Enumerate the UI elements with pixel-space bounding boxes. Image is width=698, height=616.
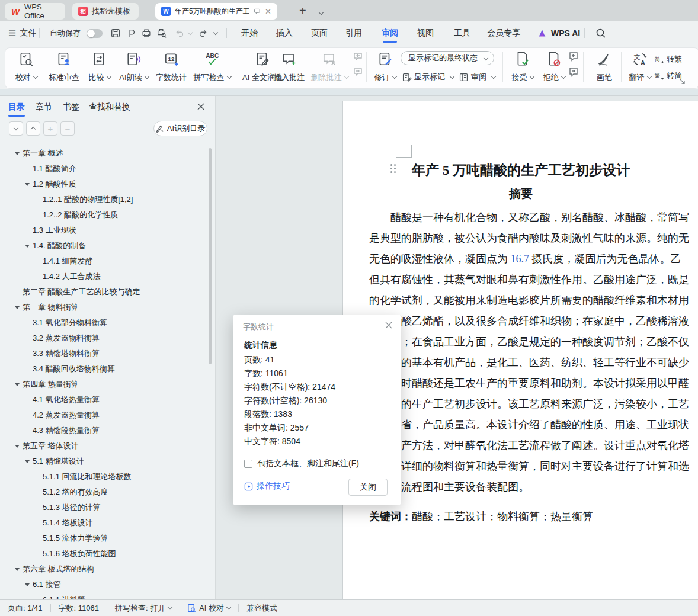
compare-button[interactable]: 比较 bbox=[84, 50, 115, 85]
sidebar-tab-contents[interactable]: 目录 bbox=[8, 96, 25, 118]
search-icon[interactable] bbox=[595, 27, 607, 39]
previous-change-icon[interactable] bbox=[568, 51, 579, 63]
to-simplified-button[interactable]: 繁 转简 bbox=[654, 69, 682, 83]
sidebar-close-icon[interactable] bbox=[196, 101, 206, 112]
sidebar-tab-chapters[interactable]: 章节 bbox=[36, 96, 52, 118]
translate-button[interactable]: 文A 翻译 bbox=[626, 50, 654, 85]
tab-document-active[interactable]: W 年产5万吨醋酸的生产工艺初 ✕ bbox=[155, 3, 277, 20]
tab-chat-icon[interactable] bbox=[254, 7, 261, 15]
tips-link[interactable]: 操作技巧 bbox=[244, 481, 290, 492]
collapse-arrow-icon[interactable] bbox=[15, 152, 20, 155]
tab-wps-office[interactable]: W WPS Office bbox=[5, 3, 65, 20]
include-footnotes-checkbox-row[interactable]: 包括文本框、脚注和尾注(F) bbox=[244, 458, 359, 469]
insert-comment-button[interactable]: 插入批注 bbox=[271, 50, 307, 85]
toc-item[interactable]: 3.2 蒸发器物料衡算 bbox=[0, 331, 209, 346]
toc-item[interactable]: 第三章 物料衡算 bbox=[0, 300, 209, 315]
tab-close-icon[interactable]: ✕ bbox=[265, 7, 271, 16]
review-pane-button[interactable]: 审阅 bbox=[459, 70, 495, 84]
toc-item[interactable]: 第四章 热量衡算 bbox=[0, 377, 209, 392]
toc-item[interactable]: 5.1.1 回流比和理论塔板数 bbox=[0, 469, 209, 485]
toc-item[interactable]: 5.1.2 塔的有效高度 bbox=[0, 485, 209, 500]
accept-change-button[interactable]: 接受 bbox=[507, 50, 538, 85]
tab-insert[interactable]: 插入 bbox=[276, 21, 293, 45]
toc-expand-down-button[interactable] bbox=[9, 121, 23, 136]
toc-zoom-in-button[interactable]: + bbox=[43, 121, 57, 136]
toc-item[interactable]: 5.1 精馏塔设计 bbox=[0, 454, 209, 469]
page-indicator[interactable]: 页面: 1/41 bbox=[0, 603, 50, 614]
tab-home[interactable]: 开始 bbox=[241, 21, 258, 45]
toc-item[interactable]: 6.1 接管 bbox=[0, 577, 209, 592]
collapse-arrow-icon[interactable] bbox=[25, 583, 30, 586]
export-pdf-icon[interactable] bbox=[126, 28, 136, 38]
dialog-launcher-icon[interactable] bbox=[679, 78, 686, 85]
toc-item[interactable]: 4.2 蒸发器热量衡算 bbox=[0, 408, 209, 423]
ai-recognize-toc-button[interactable]: AI识别目录 bbox=[153, 121, 207, 136]
toc-item[interactable]: 5.1.5 流体力学验算 bbox=[0, 531, 209, 546]
spell-check-button[interactable]: ABC 拼写检查 bbox=[191, 50, 233, 85]
tab-reference[interactable]: 引用 bbox=[345, 21, 362, 45]
print-icon[interactable] bbox=[141, 28, 152, 38]
toc-item[interactable]: 3.4 醋酸回收塔物料衡算 bbox=[0, 361, 209, 377]
proofread-button[interactable]: 校对 bbox=[9, 50, 43, 85]
spell-check-status[interactable]: 拼写检查: 打开 bbox=[107, 603, 180, 614]
toc-item[interactable]: 5.1.3 塔径的计算 bbox=[0, 500, 209, 515]
sidebar-tab-find-replace[interactable]: 查找和替换 bbox=[89, 96, 130, 118]
undo-dropdown-icon[interactable] bbox=[185, 21, 192, 45]
toc-collapse-up-button[interactable] bbox=[26, 121, 40, 136]
sidebar-tab-bookmarks[interactable]: 书签 bbox=[63, 96, 79, 118]
toc-item[interactable]: 第二章 醋酸生产工艺的比较与确定 bbox=[0, 284, 209, 300]
tab-docer-templates[interactable]: 稻 找稻壳模板 bbox=[72, 3, 139, 20]
undo-icon[interactable] bbox=[174, 28, 185, 38]
tab-membership[interactable]: 会员专享 bbox=[487, 21, 520, 45]
toc-item[interactable]: 1.1 醋酸简介 bbox=[0, 161, 209, 177]
tabs-dropdown-icon[interactable] bbox=[316, 8, 323, 18]
collapse-arrow-icon[interactable] bbox=[15, 445, 20, 448]
delete-comment-button[interactable]: 删除批注 bbox=[308, 50, 351, 85]
autosave-toggle[interactable] bbox=[87, 29, 103, 38]
toc-item[interactable]: 第五章 塔体设计 bbox=[0, 438, 209, 454]
redo-icon[interactable] bbox=[198, 28, 209, 38]
toolbar-dropdown-icon[interactable] bbox=[211, 21, 217, 45]
file-menu-button[interactable]: ☰ 文件 bbox=[8, 21, 36, 45]
toc-item[interactable]: 4.3 精馏段热量衡算 bbox=[0, 423, 209, 438]
previous-comment-icon[interactable] bbox=[352, 51, 364, 63]
close-button[interactable]: 关闭 bbox=[348, 479, 388, 496]
dialog-close-icon[interactable] bbox=[384, 320, 393, 330]
toc-item[interactable]: 3.1 氧化部分物料衡算 bbox=[0, 315, 209, 331]
tab-review[interactable]: 审阅 bbox=[382, 21, 398, 45]
toc-item[interactable]: 第六章 板式塔的结构 bbox=[0, 562, 209, 577]
next-change-icon[interactable] bbox=[568, 66, 579, 78]
toc-item[interactable]: 5.1.4 塔板设计 bbox=[0, 515, 209, 531]
toc-item[interactable]: 5.1.6 塔板负荷性能图 bbox=[0, 546, 209, 562]
toc-item[interactable]: 1.2..1 醋酸的物理性质[1,2] bbox=[0, 192, 209, 207]
tab-page[interactable]: 页面 bbox=[311, 21, 328, 45]
ai-read-aloud-button[interactable]: AI朗读 bbox=[116, 50, 152, 85]
to-traditional-button[interactable]: 简 转繁 bbox=[654, 52, 682, 66]
toc-item[interactable]: 1.2 醋酸性质 bbox=[0, 177, 209, 192]
tab-tools[interactable]: 工具 bbox=[454, 21, 470, 45]
show-markup-button[interactable]: 显示标记 bbox=[402, 70, 454, 84]
checkbox[interactable] bbox=[244, 460, 252, 468]
collapse-arrow-icon[interactable] bbox=[25, 460, 30, 463]
toc-item[interactable]: 1.3 工业现状 bbox=[0, 223, 209, 238]
toc-item[interactable]: 1.4.1 细菌发酵 bbox=[0, 254, 209, 269]
ink-pen-button[interactable]: 画笔 bbox=[589, 50, 620, 85]
wps-ai-button[interactable]: WPS AI bbox=[537, 21, 580, 45]
collapse-arrow-icon[interactable] bbox=[15, 568, 20, 571]
toc-item[interactable]: 4.1 氧化塔热量衡算 bbox=[0, 392, 209, 408]
restrict-edit-button-clipped[interactable]: 限 bbox=[692, 50, 698, 86]
toc-item[interactable]: 第一章 概述 bbox=[0, 146, 209, 161]
save-icon[interactable] bbox=[110, 28, 121, 38]
markup-state-select[interactable]: 显示标记的最终状态 bbox=[401, 51, 494, 65]
collapse-arrow-icon[interactable] bbox=[25, 245, 30, 248]
toc-item[interactable]: 1.4. 醋酸的制备 bbox=[0, 238, 209, 254]
tab-view[interactable]: 视图 bbox=[417, 21, 434, 45]
toc-item[interactable]: 1.4.2 人工合成法 bbox=[0, 269, 209, 284]
standard-review-button[interactable]: 标准审查 bbox=[45, 50, 83, 85]
next-comment-icon[interactable] bbox=[352, 66, 364, 78]
toc-item[interactable]: 6.1.1 进料管 bbox=[0, 592, 209, 599]
reject-change-button[interactable]: 拒绝 bbox=[539, 50, 569, 85]
collapse-arrow-icon[interactable] bbox=[15, 306, 20, 309]
track-changes-button[interactable]: 修订 bbox=[371, 50, 399, 85]
ai-proofread-status[interactable]: AI 校对 bbox=[180, 603, 238, 614]
